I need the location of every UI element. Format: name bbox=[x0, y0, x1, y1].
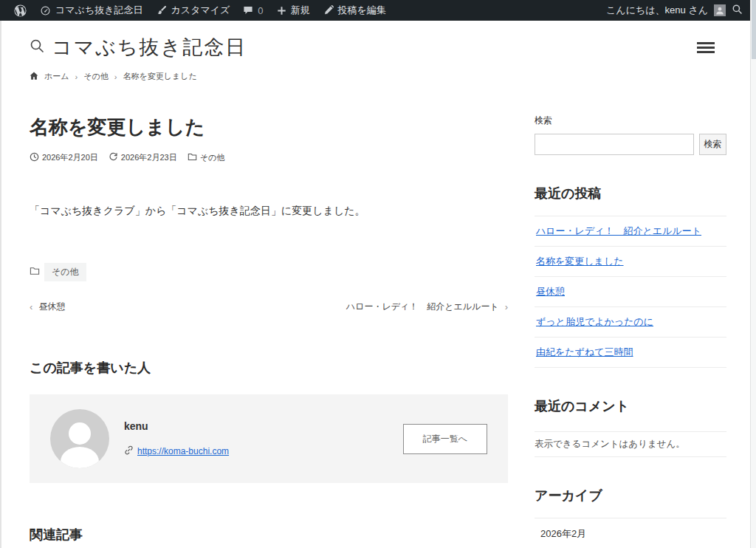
plus-icon bbox=[277, 6, 286, 16]
author-posts-button[interactable]: 記事一覧へ bbox=[403, 424, 487, 454]
header-search-icon[interactable] bbox=[30, 38, 44, 56]
admin-bar-comments[interactable]: 0 bbox=[236, 0, 269, 21]
list-item: 由紀をたずねて三時間 bbox=[535, 338, 726, 368]
updated-date-text: 2026年2月23日 bbox=[121, 152, 177, 163]
admin-bar-greeting[interactable]: こんにちは、kenu さん bbox=[606, 4, 708, 17]
post-meta: 2026年2月20日 2026年2月23日 その他 bbox=[30, 152, 508, 163]
breadcrumb-home[interactable]: ホーム bbox=[44, 71, 69, 82]
archive-heading: アーカイブ bbox=[535, 487, 726, 504]
meta-category[interactable]: その他 bbox=[188, 152, 225, 163]
next-post-link[interactable]: ハロー・レディ！ 紹介とエルルート › bbox=[346, 301, 508, 313]
list-item: 昼休憩 bbox=[535, 277, 726, 307]
hamburger-menu-icon[interactable] bbox=[697, 40, 715, 55]
scrollbar-thumb[interactable] bbox=[752, 0, 756, 59]
folder-icon bbox=[30, 266, 40, 278]
breadcrumb-category[interactable]: その他 bbox=[83, 71, 109, 82]
recent-post-link[interactable]: 由紀をたずねて三時間 bbox=[536, 346, 633, 357]
category-tag[interactable]: その他 bbox=[44, 263, 86, 281]
comment-bubble-icon bbox=[243, 5, 253, 16]
archive-item[interactable]: 2026年2月 bbox=[535, 518, 726, 548]
prev-post-title: 昼休憩 bbox=[38, 301, 65, 313]
author-section-heading: この記事を書いた人 bbox=[30, 359, 508, 377]
author-avatar bbox=[50, 409, 109, 468]
sidebar: 検索 検索 最近の投稿 ハロー・レディ！ 紹介とエルルート 名称を変更しました … bbox=[535, 114, 726, 548]
search-button[interactable]: 検索 bbox=[699, 134, 726, 155]
folder-icon bbox=[188, 152, 197, 163]
recent-post-link[interactable]: ハロー・レディ！ 紹介とエルルート bbox=[536, 225, 701, 236]
related-posts-heading: 関連記事 bbox=[30, 526, 508, 544]
chevron-right-icon: › bbox=[505, 301, 508, 312]
published-date: 2026年2月20日 bbox=[30, 152, 98, 163]
wordpress-logo-icon[interactable] bbox=[7, 0, 33, 21]
recent-post-link[interactable]: 名称を変更しました bbox=[536, 256, 624, 267]
breadcrumb-separator: › bbox=[75, 72, 78, 81]
refresh-icon bbox=[109, 152, 118, 163]
recent-post-link[interactable]: ずっと胎児でよかったのに bbox=[536, 316, 653, 327]
prev-post-link[interactable]: ‹ 昼休憩 bbox=[30, 301, 65, 313]
category-tag-row: その他 bbox=[30, 263, 508, 281]
author-card: kenu https://koma-buchi.com 記事一覧へ bbox=[30, 394, 508, 483]
list-item: ハロー・レディ！ 紹介とエルルート bbox=[535, 216, 726, 247]
no-comments-message: 表示できるコメントはありません。 bbox=[535, 431, 726, 457]
site-title[interactable]: コマぶち抜き記念日 bbox=[52, 34, 247, 61]
post-title: 名称を変更しました bbox=[30, 114, 508, 140]
author-website-link[interactable]: https://koma-buchi.com bbox=[137, 446, 229, 456]
recent-post-link[interactable]: 昼休憩 bbox=[536, 286, 565, 297]
chevron-left-icon: ‹ bbox=[30, 301, 32, 312]
list-item: 名称を変更しました bbox=[535, 247, 726, 277]
window-left-edge bbox=[0, 21, 1, 548]
home-icon bbox=[30, 72, 38, 82]
comments-count: 0 bbox=[258, 5, 263, 16]
recent-posts-list: ハロー・レディ！ 紹介とエルルート 名称を変更しました 昼休憩 ずっと胎児でよか… bbox=[535, 216, 726, 368]
post-navigation: ‹ 昼休憩 ハロー・レディ！ 紹介とエルルート › bbox=[30, 301, 508, 313]
brush-icon bbox=[157, 5, 167, 16]
customize-label: カスタマイズ bbox=[171, 4, 230, 17]
search-label: 検索 bbox=[535, 114, 726, 127]
meta-category-text: その他 bbox=[200, 152, 225, 163]
admin-search-icon[interactable] bbox=[732, 4, 743, 17]
recent-posts-heading: 最近の投稿 bbox=[535, 185, 726, 202]
admin-bar-customize[interactable]: カスタマイズ bbox=[150, 0, 237, 21]
updated-date: 2026年2月23日 bbox=[109, 152, 177, 163]
clock-icon bbox=[30, 152, 39, 163]
admin-bar-new[interactable]: 新規 bbox=[270, 0, 317, 21]
admin-bar-edit-post[interactable]: 投稿を編集 bbox=[317, 0, 393, 21]
wp-admin-bar: コマぶち抜き記念日 カスタマイズ 0 新規 投稿を編集 こんにちは、kenu さ… bbox=[0, 0, 750, 21]
list-item: ずっと胎児でよかったのに bbox=[535, 307, 726, 338]
next-post-title: ハロー・レディ！ 紹介とエルルート bbox=[346, 301, 499, 313]
scrollbar[interactable] bbox=[750, 0, 756, 548]
new-label: 新規 bbox=[291, 4, 310, 17]
breadcrumb-current: 名称を変更しました bbox=[123, 71, 196, 82]
admin-bar-site-name[interactable]: コマぶち抜き記念日 bbox=[33, 0, 150, 21]
author-name: kenu bbox=[124, 420, 229, 432]
main-column: 名称を変更しました 2026年2月20日 2026年2月23日 その他 bbox=[30, 114, 508, 548]
archive-list: 2026年2月 bbox=[535, 518, 726, 548]
published-date-text: 2026年2月20日 bbox=[42, 152, 98, 163]
dashboard-gauge-icon bbox=[40, 5, 51, 16]
post-body-paragraph: 「コマぶち抜きクラブ」から「コマぶち抜き記念日」に変更しました。 bbox=[30, 202, 508, 220]
link-icon bbox=[124, 445, 134, 457]
breadcrumb-separator: › bbox=[114, 72, 117, 81]
breadcrumb: ホーム › その他 › 名称を変更しました bbox=[30, 71, 726, 82]
edit-post-label: 投稿を編集 bbox=[338, 4, 386, 17]
recent-comments-heading: 最近のコメント bbox=[535, 397, 726, 415]
admin-bar-site-name-label: コマぶち抜き記念日 bbox=[55, 4, 143, 17]
search-input[interactable] bbox=[535, 134, 694, 155]
user-avatar[interactable] bbox=[714, 4, 726, 16]
pencil-icon bbox=[323, 5, 334, 16]
